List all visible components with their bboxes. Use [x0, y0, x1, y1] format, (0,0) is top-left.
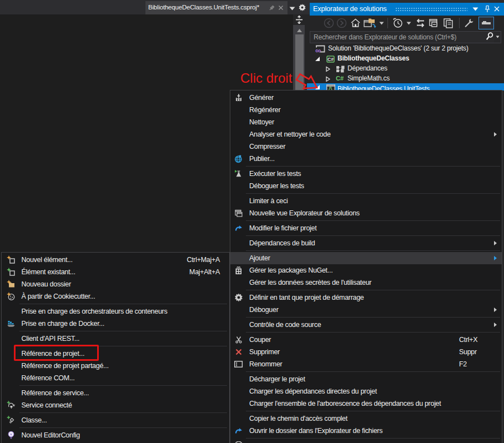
svg-text:∞: ∞ [315, 46, 321, 54]
svg-text:C#: C# [327, 57, 334, 62]
